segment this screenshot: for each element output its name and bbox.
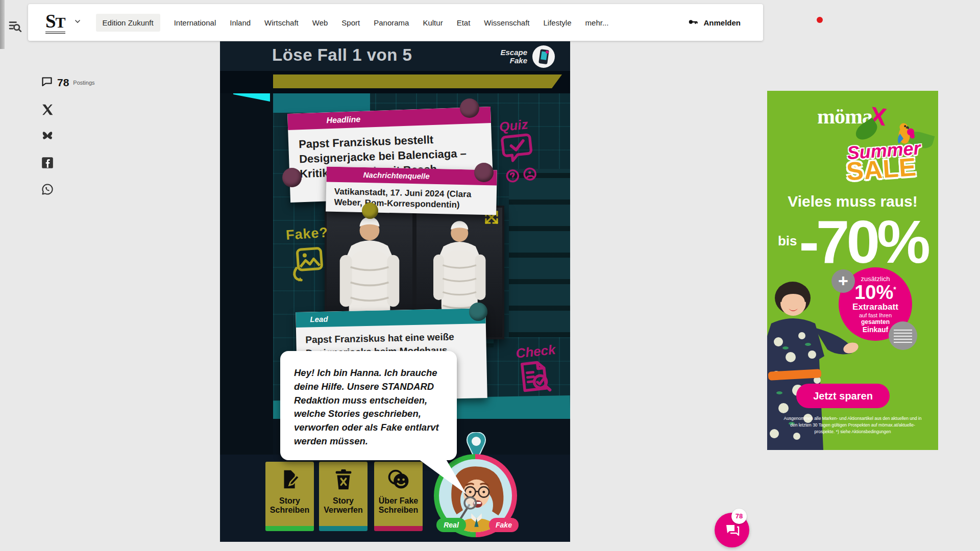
- key-icon: [688, 16, 699, 29]
- discard-story-icon: [332, 468, 355, 491]
- progress-track: [220, 71, 570, 93]
- nav-menu: Edition Zukunft International Inland Wir…: [96, 14, 609, 32]
- nav-item-international[interactable]: International: [174, 18, 216, 27]
- nav-item-panorama[interactable]: Panorama: [374, 18, 409, 27]
- check-group[interactable]: Check: [515, 341, 566, 397]
- extra-line2: 10%*: [854, 283, 896, 302]
- scene-shelf: [509, 169, 570, 337]
- quiz-bubble-check-icon: [500, 132, 535, 165]
- progress-bar: [273, 74, 562, 88]
- share-rail: 78 Postings: [41, 76, 107, 196]
- ad-headline: Vieles muss raus!: [767, 193, 938, 210]
- fine-print-bubble: [889, 321, 917, 350]
- login-button[interactable]: Anmelden: [688, 16, 741, 29]
- login-label: Anmelden: [703, 18, 741, 27]
- write-story-icon: [278, 468, 302, 491]
- quiz-group[interactable]: Quiz: [499, 115, 551, 184]
- fake-question-group[interactable]: Fake?: [285, 224, 332, 287]
- plus-icon: +: [831, 269, 855, 293]
- nav-item-etat[interactable]: Etat: [457, 18, 471, 27]
- share-facebook-icon[interactable]: [41, 156, 54, 169]
- share-x-icon[interactable]: [41, 103, 54, 116]
- postings-count: 78: [57, 77, 69, 89]
- pin: [282, 168, 302, 187]
- extra-line5: gesamten: [861, 318, 890, 325]
- scene-desk: [273, 90, 370, 113]
- nav-item-mehr[interactable]: mehr...: [585, 18, 609, 27]
- nav-item-wirtschaft[interactable]: Wirtschaft: [264, 18, 299, 27]
- hanna-speech-bubble: Hey! Ich bin Hanna. Ich brauche deine Hi…: [280, 351, 457, 460]
- share-whatsapp-icon[interactable]: [41, 183, 54, 196]
- postings-label: Postings: [73, 80, 94, 86]
- nav-item-web[interactable]: Web: [312, 18, 328, 27]
- pin: [469, 303, 487, 321]
- image-check-icon: [290, 245, 326, 285]
- search-in-page-icon[interactable]: [7, 18, 22, 34]
- news-source-card[interactable]: Nachrichtenquelle Vatikanstadt, 17. Juni…: [326, 167, 497, 215]
- nav-item-wissenschaft[interactable]: Wissenschaft: [484, 18, 529, 27]
- nav-item-inland[interactable]: Inland: [230, 18, 251, 27]
- momax-ad-banner[interactable]: mömaX Summer SALE Vieles muss raus! bis-…: [767, 91, 938, 450]
- comments-count-badge: 78: [731, 509, 747, 524]
- escape-fake-logo-line1: Escape: [500, 48, 527, 57]
- game-title: Löse Fall 1 von 5: [272, 45, 412, 65]
- discard-story-button[interactable]: Story Verwerfen: [319, 462, 368, 531]
- ad-discount: bis-70%: [767, 213, 938, 270]
- share-bluesky-icon[interactable]: [41, 130, 54, 143]
- ad-cta-button[interactable]: Jetzt sparen: [796, 384, 890, 408]
- check-clipboard-icon: [517, 358, 553, 395]
- extra-line3: Extrarabatt: [852, 302, 898, 312]
- extra-line6: Einkauf: [863, 325, 889, 334]
- extra-line4: auf fast Ihren: [859, 312, 892, 318]
- escape-fake-logo-line2: Fake: [500, 57, 527, 65]
- escape-fake-game-embed: Löse Fall 1 von 5 Escape Fake Headline P…: [220, 41, 570, 542]
- write-about-fake-label: Über Fake Schreiben: [374, 496, 423, 515]
- nav-item-kultur[interactable]: Kultur: [423, 18, 443, 27]
- top-navbar: ST Edition Zukunft International Inland …: [28, 4, 763, 41]
- write-story-label: Story Schreiben: [265, 496, 314, 515]
- nav-item-lifestyle[interactable]: Lifestyle: [544, 18, 572, 27]
- discard-story-label: Story Verwerfen: [319, 496, 368, 515]
- pin: [474, 163, 494, 182]
- summer-sale-badge: Summer SALE: [836, 117, 938, 191]
- notification-red-dot: [817, 17, 823, 23]
- ad-legal-text: Ausgenommen alle Marken- und Aktionsarti…: [781, 415, 924, 436]
- nav-item-sport[interactable]: Sport: [341, 18, 360, 27]
- comments-icon: [41, 76, 53, 90]
- hanna-speech-text: Hey! Ich bin Hanna. Ich brauche deine Hi…: [294, 366, 443, 448]
- standard-logo[interactable]: ST: [45, 12, 65, 34]
- ad-percent: -70%: [799, 208, 927, 276]
- news-source-text: Vatikanstadt, 17. Juni 2024 (Clara Weber…: [326, 182, 497, 215]
- sale-word: SALE: [845, 152, 917, 186]
- nav-item-edition-zukunft[interactable]: Edition Zukunft: [96, 14, 160, 32]
- speech-bubble-tail: [401, 449, 473, 495]
- ad-bis: bis: [778, 233, 797, 248]
- fake-question-label: Fake?: [285, 224, 329, 243]
- action-dock: Story Schreiben Story Verwerfen Über Fak…: [220, 455, 570, 542]
- pin: [460, 98, 479, 118]
- escape-fake-logo: Escape Fake: [500, 44, 556, 69]
- fake-badge[interactable]: Fake: [489, 518, 519, 532]
- chevron-down-icon[interactable]: [74, 17, 82, 28]
- left-edge-strip: [0, 0, 5, 49]
- real-badge[interactable]: Real: [436, 518, 466, 532]
- escape-fake-logo-mark: [531, 44, 556, 69]
- yellow-pin: [362, 203, 378, 219]
- circle-user-icon: [522, 166, 538, 182]
- write-story-button[interactable]: Story Schreiben: [265, 462, 314, 531]
- circle-question-icon: [505, 168, 521, 184]
- postings-link[interactable]: 78 Postings: [41, 76, 107, 90]
- forum-icon: [724, 522, 740, 538]
